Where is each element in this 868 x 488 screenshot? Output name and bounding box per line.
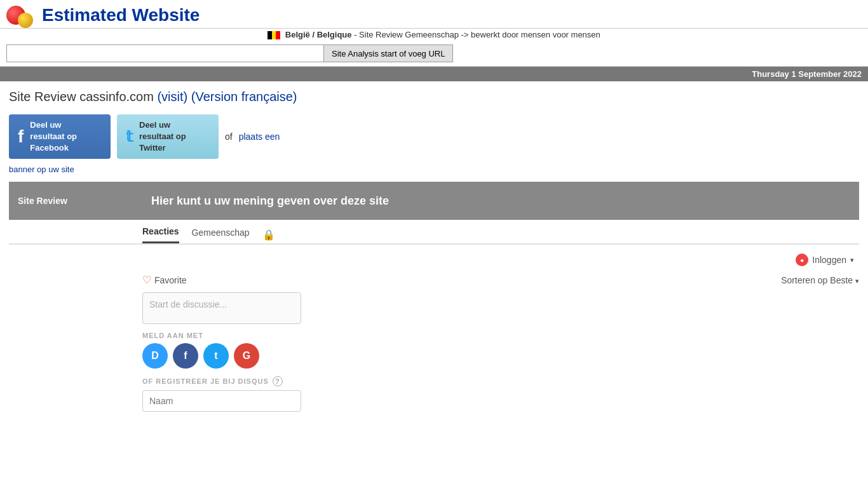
twitter-login-button[interactable]: t [203, 343, 229, 369]
disqus-login-label: Inloggen [812, 255, 846, 265]
site-title: Estimated Website [42, 5, 200, 25]
disqus-user-icon: ● [796, 254, 808, 266]
disqus-sort-button[interactable]: Sorteren op Beste ▾ [781, 275, 859, 285]
page-title: Site Review cassinfo.com (visit) (Versio… [9, 88, 859, 105]
tab-reacties[interactable]: Reacties [142, 226, 179, 243]
discussion-placeholder-text: Start de discussie... [149, 299, 227, 309]
facebook-share-button[interactable]: f Deel uw resultaat op Facebook [9, 114, 111, 159]
tabs-row: Reacties Gemeenschap 🔒 [9, 220, 859, 245]
disqus-fav-sort-row: ♡ Favorite Sorteren op Beste ▾ [142, 274, 859, 286]
date-bar: Thursday 1 September 2022 [0, 67, 868, 81]
place-banner-link[interactable]: plaats een [239, 132, 280, 142]
tab-gemeenschap[interactable]: Gemeenschap [192, 227, 250, 243]
logo-icons [6, 6, 41, 25]
review-label: Site Review [9, 182, 142, 220]
subtitle-text: - Site Review Gemeenschap -> bewerkt doo… [354, 30, 600, 39]
disqus-login-button-d[interactable]: D [142, 343, 168, 369]
subtitle-bar: België / Belgique - Site Review Gemeensc… [0, 28, 868, 41]
facebook-login-button[interactable]: f [173, 343, 198, 369]
title-prefix: Site Review cassinfo.com [9, 90, 154, 104]
social-login-row: D f t G [142, 343, 859, 369]
search-bar: Site Analysis start of voeg URL [0, 41, 868, 67]
disqus-login-row: ● Inloggen ▾ [142, 251, 859, 269]
review-header: Site Review Hier kunt u uw mening geven … [9, 182, 859, 220]
discussion-input-placeholder[interactable]: Start de discussie... [142, 292, 301, 324]
twitter-share-text: Deel uw resultaat op Twitter [139, 119, 186, 154]
flag-belgium [268, 31, 280, 39]
facebook-share-text: Deel uw resultaat op Facebook [30, 119, 77, 154]
visit-link[interactable]: (visit) [157, 90, 187, 104]
twitter-share-button[interactable]: 𝕥 Deel uw resultaat op Twitter [117, 114, 219, 159]
register-text: OF REGISTREER JE BIJ DISQUS [142, 377, 269, 385]
main-content: Site Review cassinfo.com (visit) (Versio… [0, 81, 868, 424]
disqus-login-button[interactable]: ● Inloggen ▾ [790, 251, 859, 269]
search-input[interactable] [6, 44, 324, 62]
logo-ball-yellow [18, 13, 33, 28]
sort-arrow-icon: ▾ [855, 277, 859, 285]
logo-container: Estimated Website [6, 5, 200, 25]
disqus-login-arrow-icon: ▾ [850, 256, 854, 264]
review-section: Site Review Hier kunt u uw mening geven … [9, 182, 859, 412]
share-or-label: of [225, 132, 233, 142]
register-label-row: OF REGISTREER JE BIJ DISQUS ? [142, 376, 859, 386]
share-row: f Deel uw resultaat op Facebook 𝕥 Deel u… [9, 114, 859, 159]
sort-label: Sorteren op Beste [781, 275, 853, 285]
disqus-favorite-button[interactable]: ♡ Favorite [142, 274, 187, 286]
naam-input[interactable] [142, 390, 301, 412]
country-name: België / Belgique [285, 30, 352, 39]
search-button[interactable]: Site Analysis start of voeg URL [324, 44, 453, 62]
twitter-icon: 𝕥 [126, 128, 133, 146]
banner-link-container: banner op uw site [9, 164, 859, 174]
facebook-f-icon: f [184, 350, 187, 362]
version-link[interactable]: (Version française) [191, 90, 297, 104]
date-text: Thursday 1 September 2022 [752, 69, 862, 79]
disqus-d-icon: D [151, 350, 159, 362]
google-login-button[interactable]: G [234, 343, 259, 369]
review-opinion: Hier kunt u uw mening geven over deze si… [142, 182, 859, 220]
facebook-icon: f [18, 126, 24, 147]
register-help-icon[interactable]: ? [273, 376, 283, 386]
lock-icon[interactable]: 🔒 [262, 229, 275, 241]
heart-icon: ♡ [142, 274, 151, 286]
google-g-icon: G [243, 350, 250, 362]
favorite-label: Favorite [154, 275, 187, 285]
meld-aan-label: MELD AAN MET [142, 332, 859, 339]
site-header: Estimated Website [0, 0, 868, 28]
banner-op-site-link[interactable]: banner op uw site [9, 165, 74, 174]
disqus-area: ● Inloggen ▾ ♡ Favorite Sorteren op Best… [9, 245, 859, 412]
twitter-t-icon: t [214, 350, 217, 362]
